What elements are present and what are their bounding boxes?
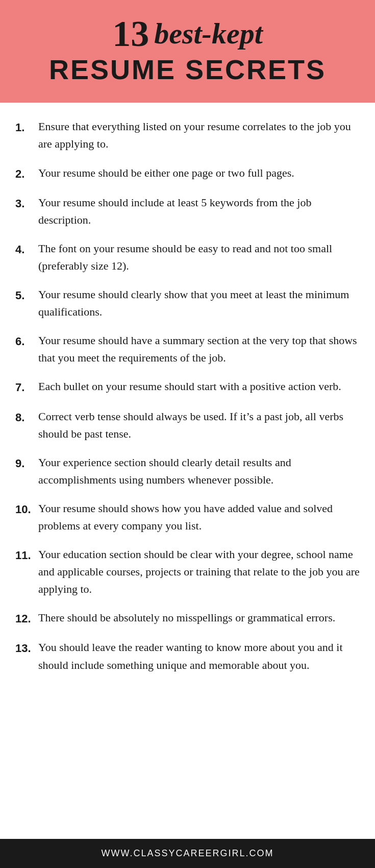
list-item-number: 12. [15, 609, 38, 628]
list-item-number: 9. [15, 454, 38, 472]
list-item-text: Your resume should have a summary sectio… [38, 332, 360, 367]
footer-url: WWW.CLASSYCAREERGIRL.COM [101, 848, 273, 858]
list-item-text: Your resume should be either one page or… [38, 164, 294, 182]
list-item: 12.There should be absolutely no misspel… [15, 609, 360, 628]
header-top-line: 13 best-kept [10, 15, 365, 52]
list-item: 7.Each bullet on your resume should star… [15, 378, 360, 396]
tips-list: 1.Ensure that everything listed on your … [15, 118, 360, 673]
list-item-number: 7. [15, 378, 38, 396]
list-item-text: Your experience section should clearly d… [38, 454, 360, 489]
list-item-number: 8. [15, 408, 38, 426]
list-item-text: Each bullet on your resume should start … [38, 378, 341, 395]
list-item-text: You should leave the reader wanting to k… [38, 639, 360, 673]
header-subtitle: RESUME SECRETS [10, 55, 365, 85]
list-item-text: Ensure that everything listed on your re… [38, 118, 360, 153]
list-item-text: Your resume should clearly show that you… [38, 286, 360, 321]
list-item-number: 6. [15, 332, 38, 350]
list-item-number: 4. [15, 240, 38, 258]
header: 13 best-kept RESUME SECRETS [0, 0, 375, 103]
list-item-number: 3. [15, 194, 38, 212]
list-item: 11.Your education section should be clea… [15, 546, 360, 598]
list-item-text: There should be absolutely no misspellin… [38, 609, 335, 626]
footer: WWW.CLASSYCAREERGIRL.COM [0, 839, 375, 868]
list-item-number: 5. [15, 286, 38, 304]
list-item-text: The font on your resume should be easy t… [38, 240, 360, 275]
list-item-number: 1. [15, 118, 38, 136]
list-item-number: 13. [15, 639, 38, 657]
list-item-number: 11. [15, 546, 38, 564]
list-item: 4.The font on your resume should be easy… [15, 240, 360, 275]
list-item: 3.Your resume should include at least 5 … [15, 194, 360, 229]
list-item-text: Your resume should shows how you have ad… [38, 500, 360, 535]
list-item-number: 10. [15, 500, 38, 518]
header-number: 13 [112, 15, 149, 52]
list-item: 5.Your resume should clearly show that y… [15, 286, 360, 321]
list-item-text: Correct verb tense should always be used… [38, 408, 360, 443]
list-item: 2.Your resume should be either one page … [15, 164, 360, 183]
list-item: 13.You should leave the reader wanting t… [15, 639, 360, 673]
list-item-number: 2. [15, 164, 38, 183]
list-item: 1.Ensure that everything listed on your … [15, 118, 360, 153]
list-item: 6.Your resume should have a summary sect… [15, 332, 360, 367]
list-item-text: Your education section should be clear w… [38, 546, 360, 598]
list-item: 9.Your experience section should clearly… [15, 454, 360, 489]
content-area: 1.Ensure that everything listed on your … [0, 103, 375, 839]
list-item: 10.Your resume should shows how you have… [15, 500, 360, 535]
list-item: 8.Correct verb tense should always be us… [15, 408, 360, 443]
list-item-text: Your resume should include at least 5 ke… [38, 194, 360, 229]
header-best-kept: best-kept [154, 19, 263, 49]
